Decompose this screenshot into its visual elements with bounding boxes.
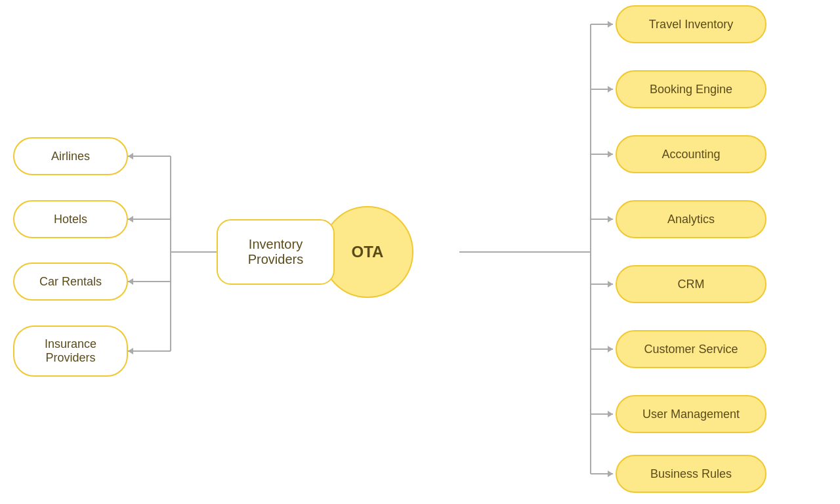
svg-marker-13	[608, 346, 613, 352]
mind-map-diagram: OTA Inventory Providers Travel Inventory…	[0, 0, 840, 504]
analytics-node: Analytics	[616, 200, 766, 238]
ota-center-node: OTA	[322, 206, 413, 298]
booking-engine-node: Booking Engine	[616, 70, 766, 108]
svg-marker-3	[608, 21, 613, 28]
customer-service-node: Customer Service	[616, 330, 766, 368]
inventory-providers-node: Inventory Providers	[217, 219, 335, 285]
travel-inventory-node: Travel Inventory	[616, 5, 766, 43]
svg-marker-25	[128, 216, 133, 222]
user-management-node: User Management	[616, 395, 766, 433]
accounting-node: Accounting	[616, 135, 766, 173]
svg-marker-7	[608, 151, 613, 158]
svg-marker-5	[608, 86, 613, 93]
svg-marker-27	[128, 278, 133, 285]
svg-marker-17	[608, 471, 613, 477]
svg-marker-11	[608, 281, 613, 287]
insurance-providers-node: Insurance Providers	[13, 326, 128, 377]
svg-marker-15	[608, 411, 613, 417]
airlines-node: Airlines	[13, 137, 128, 175]
hotels-node: Hotels	[13, 200, 128, 238]
business-rules-node: Business Rules	[616, 455, 766, 493]
svg-marker-9	[608, 216, 613, 222]
crm-node: CRM	[616, 265, 766, 303]
svg-marker-29	[128, 348, 133, 354]
car-rentals-node: Car Rentals	[13, 262, 128, 301]
svg-marker-23	[128, 153, 133, 159]
